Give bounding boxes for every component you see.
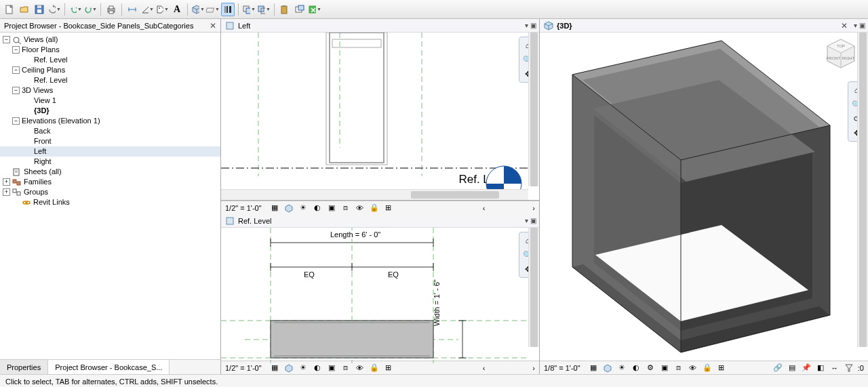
view-header-left[interactable]: Left ▾ ▣ xyxy=(221,19,539,33)
tag-icon[interactable]: ▼ xyxy=(155,3,169,16)
text-icon[interactable]: A xyxy=(170,3,184,16)
hide-icon[interactable]: 👁 xyxy=(688,363,698,373)
crop-region-icon[interactable]: ⧈ xyxy=(340,203,351,213)
sun-icon[interactable]: ☀ xyxy=(616,363,627,373)
undo-icon[interactable]: ▼ xyxy=(68,3,82,16)
detail-level-icon[interactable]: ▦ xyxy=(269,203,280,213)
constraints-icon[interactable]: ⊞ xyxy=(716,363,727,373)
filter-icon[interactable] xyxy=(844,363,854,373)
tab-project-browser[interactable]: Project Browser - Bookcase_S... xyxy=(48,360,170,374)
visual-style-icon[interactable] xyxy=(602,363,613,373)
shadows-icon[interactable]: ◐ xyxy=(312,363,323,373)
tree-toggle-icon[interactable]: + xyxy=(3,188,10,196)
tab-properties[interactable]: Properties xyxy=(0,360,48,374)
crop-region-icon[interactable]: ⧈ xyxy=(340,363,351,373)
scrollbar-vertical[interactable] xyxy=(857,33,868,347)
tree-item[interactable]: Sheets (all) xyxy=(0,167,220,177)
redo-icon[interactable]: ▼ xyxy=(83,3,97,16)
crop-icon[interactable]: ▣ xyxy=(326,363,337,373)
view-header-3d[interactable]: {3D} ✕ ▾ ▣ xyxy=(540,19,868,33)
save-icon[interactable] xyxy=(33,3,46,16)
paste-icon[interactable] xyxy=(278,3,292,16)
tree-item[interactable]: −Views (all) xyxy=(0,35,220,45)
component-icon[interactable]: ▼ xyxy=(191,3,205,16)
reveal-icon[interactable]: 🔒 xyxy=(702,363,713,373)
visual-style-icon[interactable] xyxy=(283,203,294,213)
shadows-icon[interactable]: ◐ xyxy=(312,203,323,213)
tree-item[interactable]: −Elevations (Elevation 1) xyxy=(0,116,220,126)
view-cube[interactable]: TOP FRONT RIGHT xyxy=(823,37,859,72)
crop-icon[interactable]: ▣ xyxy=(659,363,670,373)
view-options-icon[interactable]: ▾ ▣ xyxy=(525,22,536,29)
shadows-icon[interactable]: ◐ xyxy=(631,363,642,373)
tree-item[interactable]: Ref. Level xyxy=(0,55,220,65)
scale-label[interactable]: 1/2" = 1'-0" xyxy=(225,204,262,212)
selection-underlay-icon[interactable]: ▤ xyxy=(787,363,797,373)
scrollbar-vertical[interactable] xyxy=(528,33,539,186)
tree-item[interactable]: Revit Links xyxy=(0,197,220,207)
tree-item[interactable]: Back xyxy=(0,126,220,136)
new-icon[interactable] xyxy=(3,3,16,16)
scrollbar-horizontal[interactable] xyxy=(221,189,528,200)
hide-icon[interactable]: 👁 xyxy=(355,203,366,213)
switch-window-icon[interactable] xyxy=(293,3,307,16)
tree-item[interactable]: +Families xyxy=(0,177,220,187)
render-icon[interactable]: ⚙ xyxy=(645,363,656,373)
constraints-icon[interactable]: ⊞ xyxy=(383,203,394,213)
tree-item[interactable]: {3D} xyxy=(0,106,220,116)
view-options-icon[interactable]: ▾ ▣ xyxy=(854,22,865,29)
constraints-icon[interactable]: ⊞ xyxy=(383,363,394,373)
align-dim-icon[interactable] xyxy=(125,3,139,16)
cut-icon[interactable]: ▼ xyxy=(242,3,256,16)
detail-level-icon[interactable]: ▦ xyxy=(588,363,599,373)
selection-face-icon[interactable]: ◧ xyxy=(815,363,826,373)
scrollbar-h-arrow[interactable]: ‹ xyxy=(483,204,486,212)
tree-toggle-icon[interactable]: + xyxy=(3,178,10,186)
scrollbar-h-arrow[interactable]: › xyxy=(532,364,535,372)
tree-toggle-icon[interactable]: − xyxy=(12,66,20,74)
scale-label[interactable]: 1/2" = 1'-0" xyxy=(225,364,262,372)
tree-toggle-icon[interactable]: − xyxy=(3,36,10,43)
scrollbar-h-arrow[interactable]: › xyxy=(532,204,535,212)
sync-icon[interactable]: ▼ xyxy=(47,3,61,16)
crop-region-icon[interactable]: ⧈ xyxy=(673,363,684,373)
set-workplane-icon[interactable]: ▼ xyxy=(206,3,220,16)
print-icon[interactable] xyxy=(104,3,118,16)
tree-toggle-icon[interactable]: − xyxy=(12,87,20,94)
join-icon[interactable]: ▼ xyxy=(257,3,271,16)
tree-item[interactable]: +Groups xyxy=(0,187,220,197)
selection-drag-icon[interactable]: ↔ xyxy=(829,363,840,373)
tree-item[interactable]: View 1 xyxy=(0,96,220,106)
open-icon[interactable] xyxy=(18,3,31,16)
crop-icon[interactable]: ▣ xyxy=(326,203,337,213)
close-views-icon[interactable]: ▼ xyxy=(308,3,321,16)
scrollbar-h-arrow[interactable]: ‹ xyxy=(483,364,486,372)
close-icon[interactable]: ✕ xyxy=(841,21,848,30)
scale-label[interactable]: 1/8" = 1'-0" xyxy=(544,364,580,372)
selection-pin-icon[interactable]: 📌 xyxy=(801,363,812,373)
tree-item[interactable]: Front xyxy=(0,136,220,146)
tree-item[interactable]: Ref. Level xyxy=(0,75,220,85)
project-browser-tree[interactable]: −Views (all)−Floor PlansRef. Level−Ceili… xyxy=(0,33,220,359)
tree-item[interactable]: Right xyxy=(0,157,220,167)
view-options-icon[interactable]: ▾ ▣ xyxy=(525,217,536,224)
sun-icon[interactable]: ☀ xyxy=(298,203,309,213)
close-icon[interactable]: ✕ xyxy=(210,21,216,30)
scrollbar-vertical[interactable] xyxy=(528,228,539,347)
tree-item[interactable]: −Ceiling Plans xyxy=(0,65,220,75)
tree-item[interactable]: −3D Views xyxy=(0,85,220,96)
view-canvas-left[interactable]: Ref. Level ⌂ 🔍 ✥ xyxy=(221,33,539,201)
tree-toggle-icon[interactable]: − xyxy=(12,46,20,54)
detail-level-icon[interactable]: ▦ xyxy=(269,363,280,373)
visual-style-icon[interactable] xyxy=(283,363,294,373)
tree-item[interactable]: Left xyxy=(0,146,220,157)
tree-item[interactable]: −Floor Plans xyxy=(0,45,220,55)
view-canvas-3d[interactable]: TOP FRONT RIGHT ⌂ 🔍 ⟳ ✥ xyxy=(540,33,868,361)
angle-dim-icon[interactable]: ▼ xyxy=(140,3,154,16)
hide-icon[interactable]: 👁 xyxy=(355,363,366,373)
view-canvas-reflevel[interactable]: Length = 6' - 0" EQ EQ Width = 1' - 6" ⌂… xyxy=(221,228,539,361)
reveal-icon[interactable]: 🔒 xyxy=(369,363,380,373)
view-header-reflevel[interactable]: Ref. Level ▾ ▣ xyxy=(221,214,539,228)
thin-lines-icon[interactable] xyxy=(221,3,235,16)
selection-link-icon[interactable]: 🔗 xyxy=(772,363,783,373)
